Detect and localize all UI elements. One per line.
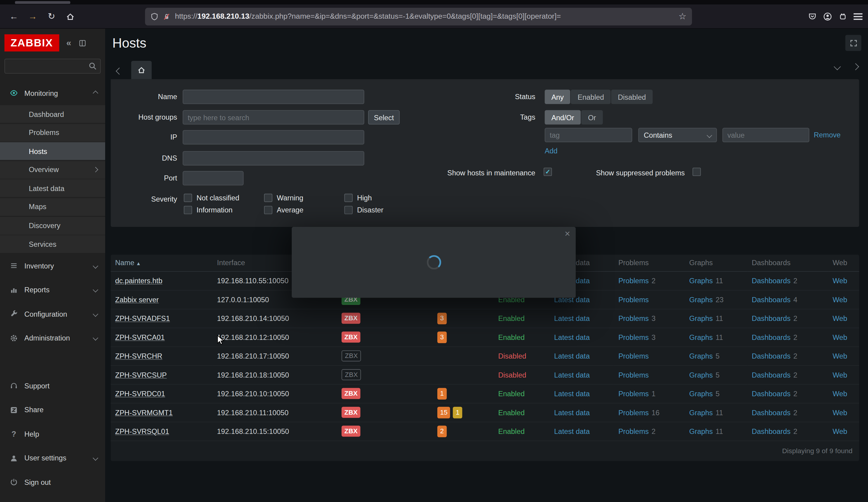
status-cell[interactable]: Enabled	[498, 333, 525, 342]
bookmark-star-icon[interactable]: ☆	[679, 11, 686, 22]
tag-input[interactable]	[545, 128, 632, 142]
problems-link[interactable]: Problems	[619, 370, 649, 379]
host-link[interactable]: ZPH-SVRSQL01	[115, 427, 169, 436]
sidebar-item-monitoring[interactable]: Monitoring	[0, 83, 105, 103]
search-icon[interactable]	[89, 62, 97, 71]
severity-information[interactable]: Information	[184, 204, 264, 216]
dashboards-link[interactable]: Dashboards	[752, 389, 790, 398]
insecure-lock-icon[interactable]	[163, 12, 170, 20]
status-cell[interactable]: Enabled	[498, 389, 525, 398]
search-input[interactable]	[4, 59, 101, 74]
severity-average[interactable]: Average	[264, 204, 344, 216]
home-tab[interactable]	[131, 61, 152, 79]
status-cell[interactable]: Disabled	[498, 352, 526, 360]
select-button[interactable]: Select	[368, 110, 400, 125]
web-link[interactable]: Web	[833, 295, 847, 304]
sidebar-item-help[interactable]: ? Help	[0, 424, 105, 444]
dns-input[interactable]	[183, 151, 364, 165]
dashboards-link[interactable]: Dashboards	[752, 295, 790, 304]
remove-tag-link[interactable]: Remove	[814, 130, 840, 139]
status-cell[interactable]: Enabled	[498, 408, 525, 417]
host-link[interactable]: dc.painters.htb	[115, 276, 163, 285]
dashboards-link[interactable]: Dashboards	[752, 333, 790, 342]
latest-data-link[interactable]: Latest data	[554, 314, 590, 322]
checkbox[interactable]	[344, 194, 353, 202]
dashboards-link[interactable]: Dashboards	[752, 276, 790, 285]
severity-not-classified[interactable]: Not classified	[184, 192, 264, 204]
host-link[interactable]: ZPH-SVRCHR	[115, 352, 163, 360]
tags-or-button[interactable]: Or	[581, 110, 603, 125]
sidebar-item-support[interactable]: Support	[0, 376, 105, 396]
graphs-link[interactable]: Graphs	[689, 427, 713, 436]
problems-link[interactable]: Problems	[619, 276, 649, 285]
status-cell[interactable]: Enabled	[498, 427, 525, 436]
maintenance-checkbox[interactable]: ✓	[544, 168, 552, 176]
column-header-name[interactable]: Name▲	[111, 255, 213, 271]
graphs-link[interactable]: Graphs	[689, 352, 713, 360]
host-link[interactable]: ZPH-SVRCA01	[115, 333, 165, 342]
sidebar-item-configuration[interactable]: Configuration	[0, 304, 105, 324]
problems-link[interactable]: Problems	[619, 295, 649, 304]
zabbix-logo[interactable]: ZABBIX	[4, 34, 59, 52]
sidebar-compact-icon[interactable]	[79, 39, 86, 47]
sidebar-item-administration[interactable]: Administration	[0, 328, 105, 348]
web-link[interactable]: Web	[833, 352, 847, 360]
severity-high[interactable]: High	[344, 192, 424, 204]
host-link[interactable]: Zabbix server	[115, 295, 159, 304]
latest-data-link[interactable]: Latest data	[554, 352, 590, 360]
problems-link[interactable]: Problems	[619, 408, 649, 417]
checkbox[interactable]	[264, 206, 272, 214]
host-link[interactable]: ZPH-SVRDC01	[115, 389, 165, 398]
host-groups-input[interactable]	[183, 110, 364, 125]
kiosk-mode-button[interactable]	[845, 35, 861, 51]
checkbox[interactable]	[184, 194, 192, 202]
back-icon[interactable]: ←	[6, 8, 22, 25]
dashboards-link[interactable]: Dashboards	[752, 314, 790, 322]
problems-link[interactable]: Problems	[619, 352, 649, 360]
sidebar-subitem-problems[interactable]: Problems	[0, 124, 105, 142]
sidebar-item-user-settings[interactable]: User settings	[0, 448, 105, 468]
status-enabled-button[interactable]: Enabled	[571, 90, 611, 104]
sidebar-subitem-services[interactable]: Services	[0, 235, 105, 253]
severity-warning[interactable]: Warning	[264, 192, 344, 204]
name-input[interactable]	[183, 90, 364, 104]
url-text[interactable]: https://192.168.210.13/zabbix.php?name=&…	[175, 12, 674, 21]
nav-forward-icon[interactable]	[852, 63, 859, 70]
web-link[interactable]: Web	[833, 370, 847, 379]
tags-andor-button[interactable]: And/Or	[545, 110, 581, 125]
sidebar-item-inventory[interactable]: Inventory	[0, 256, 105, 276]
web-link[interactable]: Web	[833, 389, 847, 398]
dashboards-link[interactable]: Dashboards	[752, 427, 790, 436]
problems-link[interactable]: Problems	[619, 427, 649, 436]
sidebar-item-sign-out[interactable]: Sign out	[0, 472, 105, 492]
port-input[interactable]	[183, 171, 244, 186]
browser-home-icon[interactable]	[62, 8, 79, 25]
web-link[interactable]: Web	[833, 427, 847, 436]
checkbox[interactable]	[264, 194, 272, 202]
latest-data-link[interactable]: Latest data	[554, 389, 590, 398]
dashboards-link[interactable]: Dashboards	[752, 408, 790, 417]
host-link[interactable]: ZPH-SVRADFS1	[115, 314, 170, 322]
menu-icon[interactable]	[854, 13, 862, 20]
graphs-link[interactable]: Graphs	[689, 389, 713, 398]
graphs-link[interactable]: Graphs	[689, 276, 713, 285]
problems-link[interactable]: Problems	[619, 314, 649, 322]
sidebar-subitem-discovery[interactable]: Discovery	[0, 217, 105, 234]
graphs-link[interactable]: Graphs	[689, 408, 713, 417]
web-link[interactable]: Web	[833, 333, 847, 342]
close-icon[interactable]: ×	[565, 229, 570, 240]
sidebar-subitem-maps[interactable]: Maps	[0, 198, 105, 216]
sidebar-subitem-dashboard[interactable]: Dashboard	[0, 105, 105, 123]
severity-disaster[interactable]: Disaster	[344, 204, 424, 216]
sidebar-item-share[interactable]: Share	[0, 400, 105, 420]
host-link[interactable]: ZPH-SVRMGMT1	[115, 408, 173, 417]
graphs-link[interactable]: Graphs	[689, 333, 713, 342]
web-link[interactable]: Web	[833, 408, 847, 417]
problems-link[interactable]: Problems	[619, 333, 649, 342]
checkbox[interactable]	[184, 206, 192, 214]
suppressed-checkbox[interactable]	[693, 168, 701, 176]
web-link[interactable]: Web	[833, 276, 847, 285]
latest-data-link[interactable]: Latest data	[554, 408, 590, 417]
account-icon[interactable]	[823, 12, 832, 21]
tag-operator-select[interactable]: Contains	[638, 128, 717, 142]
